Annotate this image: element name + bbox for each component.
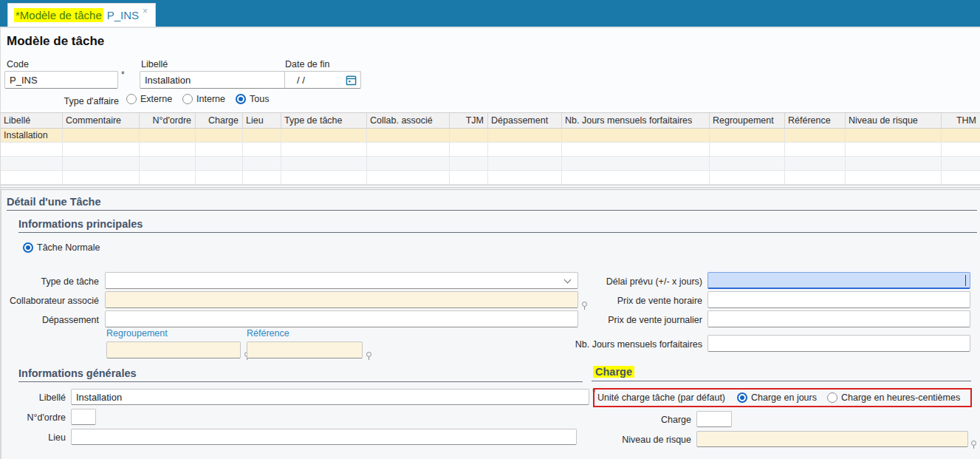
table-cell[interactable] [785,157,846,170]
prix-horaire-input[interactable] [707,291,970,308]
table-cell[interactable] [140,129,196,142]
calendar-icon[interactable] [346,75,357,86]
lieu-input[interactable] [71,429,577,445]
table-cell[interactable] [710,171,785,184]
reference-input[interactable] [247,341,363,358]
table-cell[interactable] [846,157,942,170]
table-cell[interactable] [846,143,942,156]
column-header[interactable]: Libellé [1,113,63,128]
table-cell[interactable] [785,171,846,184]
table-cell[interactable] [243,171,281,184]
collaborateur-input[interactable] [105,291,578,308]
column-header[interactable]: THM [942,113,980,128]
column-header[interactable]: Commentaire [63,113,140,128]
column-header[interactable]: Regroupement [710,113,785,128]
table-cell[interactable] [942,129,980,142]
table-cell[interactable] [488,157,562,170]
table-cell[interactable] [942,143,980,156]
table-cell[interactable] [281,171,367,184]
prix-journalier-input[interactable] [707,310,970,327]
table-cell[interactable] [1,143,63,156]
table-cell[interactable] [196,171,243,184]
column-header[interactable]: Charge [196,113,243,128]
table-cell[interactable] [367,171,450,184]
reference-lookup-icon[interactable] [366,352,371,357]
table-cell[interactable] [562,129,710,142]
table-cell[interactable] [942,157,980,170]
table-row[interactable] [1,157,980,171]
table-cell[interactable] [562,171,710,184]
type-tache-select[interactable] [105,272,578,289]
table-cell[interactable] [367,157,450,170]
regroupement-input[interactable] [106,341,241,358]
table-cell[interactable] [243,129,281,142]
niveau-risque-lookup-icon[interactable] [971,441,976,446]
column-header[interactable]: Lieu [243,113,281,128]
radio-icon[interactable] [23,242,33,253]
column-header[interactable]: Référence [785,113,846,128]
table-cell[interactable] [710,129,785,142]
table-cell[interactable] [281,157,367,170]
interne-radio-option[interactable]: Interne [182,94,225,104]
table-cell[interactable] [196,143,243,156]
reference-label[interactable]: Référence [247,328,289,339]
radio-icon[interactable] [182,94,193,104]
t-che-normale-radio-option[interactable]: Tâche Normale [23,242,100,253]
general-libelle-input[interactable] [71,389,589,405]
column-header[interactable]: Type de tâche [281,113,367,128]
table-cell[interactable] [450,143,488,156]
table-cell[interactable] [846,171,942,184]
table-cell[interactable] [1,171,63,184]
table-cell[interactable] [281,143,367,156]
table-cell[interactable] [450,157,488,170]
table-cell[interactable] [785,129,846,142]
table-cell[interactable] [942,171,980,184]
table-cell[interactable] [846,129,942,142]
table-row[interactable] [1,143,980,157]
table-cell[interactable] [140,171,196,184]
table-cell[interactable] [196,129,243,142]
charge-en-heures-centi-mes-radio-option[interactable]: Charge en heures-centièmes [827,392,960,403]
radio-icon[interactable] [737,392,747,403]
column-header[interactable]: Nb. Jours mensuels forfaitaires [562,113,710,128]
table-cell[interactable] [450,129,488,142]
charge-en-jours-radio-option[interactable]: Charge en jours [737,392,817,403]
delai-input[interactable] [707,272,970,289]
tab-close-icon[interactable]: × [143,6,148,16]
date-fin-input[interactable]: / / [284,71,361,89]
table-cell[interactable] [281,129,367,142]
regroupement-label[interactable]: Regroupement [106,328,168,339]
radio-icon[interactable] [126,94,137,104]
table-cell[interactable] [140,143,196,156]
table-cell[interactable] [785,143,846,156]
column-header[interactable]: Niveau de risque [846,113,942,128]
tous-radio-option[interactable]: Tous [236,94,269,104]
code-input[interactable] [4,71,118,89]
table-cell[interactable] [450,171,488,184]
table-cell[interactable] [488,129,562,142]
table-row[interactable]: Installation [1,129,980,143]
table-cell[interactable] [63,129,140,142]
table-cell[interactable] [1,157,63,170]
nb-jours-input[interactable] [707,335,970,352]
column-header[interactable]: TJM [450,113,488,128]
table-cell[interactable] [140,157,196,170]
table-cell[interactable] [63,171,140,184]
externe-radio-option[interactable]: Externe [126,94,172,104]
charge-input[interactable] [696,411,732,427]
table-cell[interactable] [243,157,281,170]
table-cell[interactable]: Installation [1,129,63,142]
table-cell[interactable] [710,157,785,170]
table-cell[interactable] [196,157,243,170]
depassement-input[interactable] [105,310,578,327]
column-header[interactable]: Dépassement [488,113,562,128]
table-cell[interactable] [562,143,710,156]
table-cell[interactable] [367,143,450,156]
radio-icon[interactable] [827,392,837,403]
table-cell[interactable] [63,143,140,156]
niveau-risque-input[interactable] [696,431,968,447]
table-cell[interactable] [710,143,785,156]
radio-icon[interactable] [236,94,246,104]
table-cell[interactable] [488,143,562,156]
table-cell[interactable] [562,157,710,170]
